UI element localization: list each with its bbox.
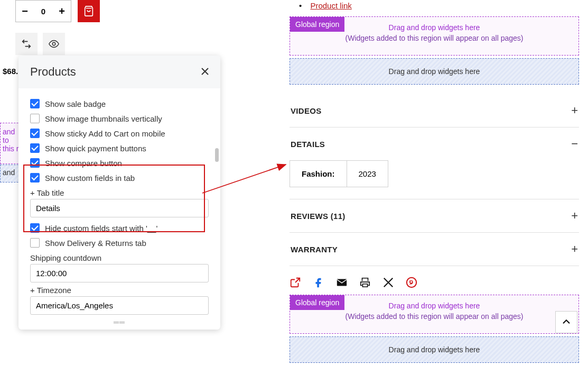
label-tab-title: + Tab title bbox=[30, 185, 209, 199]
checkbox-thumbnails-vertical[interactable] bbox=[30, 114, 40, 123]
pinterest-icon bbox=[406, 277, 417, 288]
product-price: $68. bbox=[3, 67, 18, 76]
checkbox-quick-payment[interactable] bbox=[30, 143, 40, 153]
qty-plus-button[interactable]: + bbox=[53, 1, 71, 22]
qty-value: 0 bbox=[34, 7, 53, 16]
panel-close-button[interactable] bbox=[201, 67, 209, 78]
email-icon bbox=[336, 277, 348, 288]
accordion-title-details: DETAILS bbox=[291, 140, 325, 149]
label-timezone: + Timezone bbox=[30, 282, 209, 296]
label-sale-badge: Show sale badge bbox=[45, 99, 106, 108]
input-timezone[interactable] bbox=[30, 296, 209, 315]
quantity-stepper[interactable]: − 0 + bbox=[15, 0, 71, 22]
share-external-button[interactable] bbox=[290, 277, 301, 288]
products-settings-panel: Products Show sale badge Show image thum… bbox=[18, 56, 220, 330]
eye-icon bbox=[48, 38, 60, 50]
external-link-icon bbox=[290, 277, 301, 288]
share-facebook-button[interactable] bbox=[313, 277, 324, 288]
svg-point-3 bbox=[407, 278, 416, 287]
print-icon bbox=[359, 277, 371, 288]
accordion-title-reviews: REVIEWS (11) bbox=[291, 212, 346, 221]
add-to-cart-button[interactable] bbox=[78, 0, 100, 22]
input-shipping-countdown[interactable] bbox=[30, 264, 209, 282]
checkbox-custom-fields-tab[interactable] bbox=[30, 173, 40, 182]
label-quick-payment: Show quick payment buttons bbox=[45, 144, 146, 153]
product-link[interactable]: Product link bbox=[310, 1, 351, 10]
drop-region-top[interactable]: Drag and drop widgets here bbox=[290, 58, 579, 85]
accordion-title-warranty: WARRANTY bbox=[291, 245, 338, 254]
panel-drag-handle[interactable]: ══ bbox=[18, 316, 220, 330]
panel-title: Products bbox=[30, 65, 76, 79]
accordion-reviews[interactable]: REVIEWS (11) + bbox=[290, 199, 579, 232]
share-pinterest-button[interactable] bbox=[406, 277, 417, 288]
scroll-to-top-button[interactable] bbox=[555, 311, 577, 333]
x-twitter-icon bbox=[382, 277, 394, 288]
share-x-button[interactable] bbox=[382, 277, 394, 288]
global-region-tag: Global region bbox=[290, 17, 344, 32]
chevron-up-icon bbox=[562, 317, 571, 327]
detail-key: Fashion: bbox=[290, 161, 347, 187]
checkbox-hide-custom-underscore[interactable] bbox=[30, 223, 40, 233]
plus-icon: + bbox=[571, 104, 578, 117]
accordion-details[interactable]: DETAILS − bbox=[290, 127, 579, 160]
global-region-tag: Global region bbox=[290, 295, 344, 310]
svg-rect-2 bbox=[337, 279, 347, 286]
accordion-warranty[interactable]: WARRANTY + bbox=[290, 233, 579, 266]
close-icon bbox=[201, 68, 209, 75]
minus-icon: − bbox=[571, 137, 578, 151]
global-region-sub-text: (Widgets added to this region will appea… bbox=[290, 311, 578, 327]
detail-value: 2023 bbox=[347, 161, 388, 187]
label-shipping-countdown: Shipping countdown bbox=[30, 250, 209, 264]
label-thumbnails-vertical: Show image thumbnails vertically bbox=[45, 114, 162, 123]
plus-icon: + bbox=[571, 209, 578, 223]
checkbox-sticky-cart[interactable] bbox=[30, 129, 40, 138]
facebook-icon bbox=[313, 277, 324, 288]
label-delivery-returns: Show Delivery & Returns tab bbox=[45, 239, 146, 248]
shopping-bag-icon bbox=[83, 5, 95, 17]
label-hide-custom-underscore: Hide custom fields start with '__' bbox=[45, 224, 157, 233]
share-print-button[interactable] bbox=[359, 277, 371, 288]
checkbox-sale-badge[interactable] bbox=[30, 99, 40, 108]
compare-button[interactable] bbox=[15, 33, 38, 55]
drop-region-bottom[interactable]: Drag and drop widgets here bbox=[290, 336, 579, 363]
svg-point-0 bbox=[52, 42, 55, 45]
details-table: Fashion: 2023 bbox=[290, 160, 388, 187]
checkbox-delivery-returns[interactable] bbox=[30, 238, 40, 248]
label-sticky-cart: Show sticky Add to Cart on mobile bbox=[45, 129, 165, 138]
qty-minus-button[interactable]: − bbox=[16, 1, 34, 22]
label-compare: Show compare button bbox=[45, 159, 122, 168]
compare-icon bbox=[21, 38, 32, 50]
global-region-top[interactable]: Global region Drag and drop widgets here… bbox=[290, 16, 579, 56]
product-link-row: Product link bbox=[290, 0, 579, 16]
plus-icon: + bbox=[571, 242, 578, 256]
label-custom-fields-tab: Show custom fields in tab bbox=[45, 174, 135, 182]
accordion-title-videos: VIDEOS bbox=[291, 106, 321, 115]
panel-scrollbar[interactable] bbox=[215, 148, 219, 162]
preview-button[interactable] bbox=[43, 33, 65, 55]
global-region-sub-text: (Widgets added to this region will appea… bbox=[290, 33, 578, 49]
input-tab-title[interactable] bbox=[30, 199, 209, 217]
global-region-bottom[interactable]: Global region Drag and drop widgets here… bbox=[290, 295, 579, 334]
share-email-button[interactable] bbox=[336, 277, 348, 288]
accordion-videos[interactable]: VIDEOS + bbox=[290, 94, 579, 127]
checkbox-compare[interactable] bbox=[30, 158, 40, 168]
